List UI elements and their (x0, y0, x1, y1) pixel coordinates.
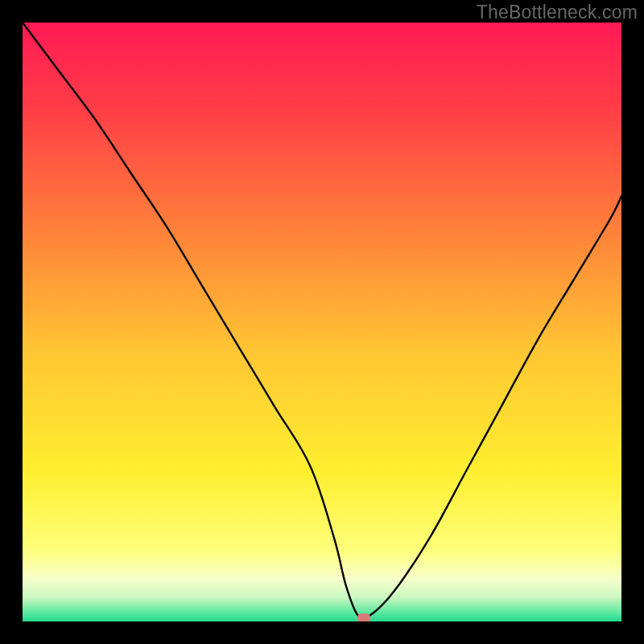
optimal-point-marker (357, 613, 370, 621)
bottleneck-curve (23, 23, 621, 621)
watermark-label: TheBottleneck.com (477, 2, 638, 23)
chart-frame: TheBottleneck.com (0, 0, 644, 644)
plot-area (23, 23, 621, 621)
